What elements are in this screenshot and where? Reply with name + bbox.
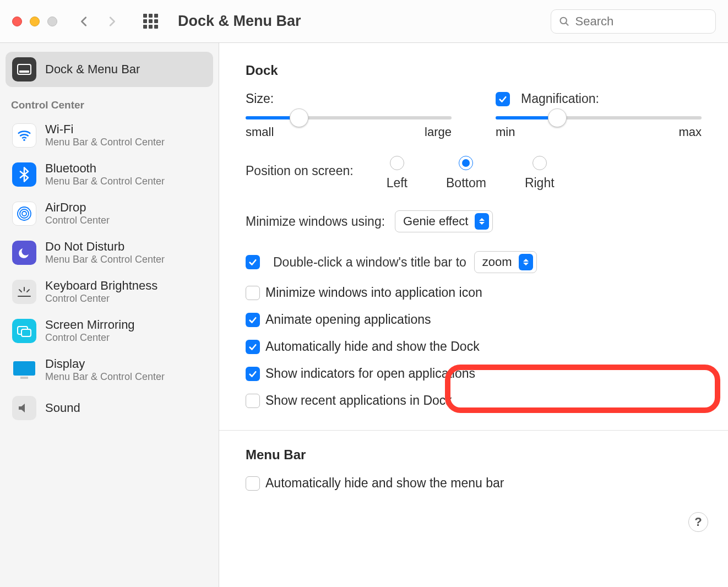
sidebar-item-wifi[interactable]: Wi-FiMenu Bar & Control Center bbox=[6, 117, 213, 154]
autohide-menubar-label: Automatically hide and show the menu bar bbox=[265, 476, 504, 491]
radio-left[interactable] bbox=[390, 156, 404, 170]
menubar-heading: Menu Bar bbox=[246, 447, 702, 463]
sidebar: Dock & Menu Bar Control Center Wi-FiMenu… bbox=[0, 43, 219, 587]
magnification-slider[interactable] bbox=[496, 116, 702, 119]
show-indicators-checkbox[interactable] bbox=[246, 367, 260, 381]
size-small-label: small bbox=[246, 125, 274, 139]
size-large-label: large bbox=[425, 125, 452, 139]
sidebar-item-airdrop[interactable]: AirDropControl Center bbox=[6, 195, 213, 232]
show-indicators-label: Show indicators for open applications bbox=[265, 366, 475, 381]
sidebar-item-sub: Control Center bbox=[45, 215, 110, 226]
sidebar-item-bluetooth[interactable]: BluetoothMenu Bar & Control Center bbox=[6, 156, 213, 193]
svg-point-0 bbox=[560, 17, 566, 23]
sound-icon bbox=[12, 396, 36, 420]
sidebar-item-label: Bluetooth bbox=[45, 161, 165, 176]
airdrop-icon bbox=[12, 202, 36, 226]
back-icon[interactable] bbox=[78, 14, 90, 29]
chevron-updown-icon bbox=[519, 254, 533, 270]
position-label: Position on screen: bbox=[246, 156, 354, 178]
autohide-dock-label: Automatically hide and show the Dock bbox=[265, 339, 480, 354]
dock-menubar-icon bbox=[12, 57, 36, 81]
close-icon[interactable] bbox=[12, 17, 22, 26]
search-field[interactable] bbox=[551, 9, 716, 34]
minimize-using-label: Minimize windows using: bbox=[246, 214, 385, 229]
minimize-using-select[interactable]: Genie effect bbox=[395, 210, 493, 232]
svg-line-1 bbox=[566, 23, 568, 25]
svg-rect-2 bbox=[18, 64, 31, 74]
sidebar-item-display[interactable]: DisplayMenu Bar & Control Center bbox=[6, 351, 213, 388]
sidebar-item-label: Do Not Disturb bbox=[45, 240, 165, 254]
sidebar-item-label: Wi-Fi bbox=[45, 122, 165, 137]
divider bbox=[219, 430, 728, 431]
autohide-dock-checkbox[interactable] bbox=[246, 340, 260, 354]
size-label: Size: bbox=[246, 91, 452, 106]
maximize-icon[interactable] bbox=[47, 17, 57, 26]
search-input[interactable] bbox=[575, 14, 708, 29]
keyboard-brightness-icon bbox=[12, 280, 36, 304]
svg-point-5 bbox=[22, 211, 26, 216]
minimize-into-app-label: Minimize windows into application icon bbox=[265, 285, 482, 300]
svg-rect-3 bbox=[19, 70, 29, 73]
sidebar-item-sound[interactable]: Sound bbox=[6, 390, 213, 426]
sidebar-item-dock-menubar[interactable]: Dock & Menu Bar bbox=[6, 52, 213, 87]
show-recent-label: Show recent applications in Dock bbox=[265, 393, 452, 408]
sidebar-item-label: Sound bbox=[45, 401, 80, 415]
radio-bottom[interactable] bbox=[459, 156, 473, 170]
sidebar-item-sub: Control Center bbox=[45, 293, 157, 305]
size-slider[interactable] bbox=[246, 116, 452, 119]
autohide-menubar-checkbox[interactable] bbox=[246, 476, 260, 491]
svg-point-6 bbox=[20, 209, 29, 218]
radio-left-label: Left bbox=[387, 176, 408, 191]
svg-line-11 bbox=[27, 290, 29, 292]
help-button[interactable]: ? bbox=[688, 512, 708, 532]
doubleclick-checkbox[interactable] bbox=[246, 255, 260, 269]
svg-point-4 bbox=[23, 139, 25, 141]
sidebar-item-label: AirDrop bbox=[45, 200, 110, 215]
window-title: Dock & Menu Bar bbox=[178, 13, 541, 30]
minimize-icon[interactable] bbox=[30, 17, 40, 26]
sidebar-item-sub: Menu Bar & Control Center bbox=[45, 254, 165, 265]
doubleclick-select[interactable]: zoom bbox=[474, 251, 537, 273]
wifi-icon bbox=[12, 123, 36, 148]
dock-heading: Dock bbox=[246, 63, 702, 78]
display-icon bbox=[12, 358, 36, 382]
toolbar: Dock & Menu Bar bbox=[0, 0, 728, 43]
sidebar-item-dnd[interactable]: Do Not DisturbMenu Bar & Control Center bbox=[6, 234, 213, 271]
magnification-label: Magnification: bbox=[521, 91, 599, 106]
sidebar-item-sub: Menu Bar & Control Center bbox=[45, 371, 165, 383]
minimize-using-value: Genie effect bbox=[403, 214, 468, 229]
radio-right-label: Right bbox=[525, 176, 555, 191]
animate-opening-label: Animate opening applications bbox=[265, 312, 431, 327]
sidebar-item-sub: Menu Bar & Control Center bbox=[45, 176, 165, 187]
radio-right[interactable] bbox=[533, 156, 547, 170]
magnification-checkbox[interactable] bbox=[496, 92, 510, 106]
bluetooth-icon bbox=[12, 162, 36, 187]
svg-line-10 bbox=[19, 290, 21, 292]
radio-bottom-label: Bottom bbox=[446, 176, 486, 191]
sidebar-item-sub: Control Center bbox=[45, 332, 135, 344]
moon-icon bbox=[12, 241, 36, 265]
svg-rect-15 bbox=[20, 377, 28, 379]
minimize-into-app-checkbox[interactable] bbox=[246, 286, 260, 300]
screen-mirroring-icon bbox=[12, 319, 36, 343]
sidebar-item-screen-mirroring[interactable]: Screen MirroringControl Center bbox=[6, 312, 213, 349]
sidebar-section: Control Center bbox=[6, 89, 213, 117]
svg-rect-13 bbox=[21, 329, 31, 336]
doubleclick-label: Double-click a window's title bar to bbox=[273, 255, 466, 270]
sidebar-item-keyboard-brightness[interactable]: Keyboard BrightnessControl Center bbox=[6, 273, 213, 310]
mag-max-label: max bbox=[678, 125, 702, 139]
forward-icon[interactable] bbox=[106, 14, 118, 29]
sidebar-item-label: Dock & Menu Bar bbox=[45, 62, 140, 77]
chevron-updown-icon bbox=[475, 213, 489, 230]
animate-opening-checkbox[interactable] bbox=[246, 313, 260, 327]
doubleclick-value: zoom bbox=[482, 255, 512, 269]
search-icon bbox=[559, 15, 570, 28]
show-recent-checkbox[interactable] bbox=[246, 394, 260, 408]
sidebar-item-label: Keyboard Brightness bbox=[45, 279, 157, 293]
mag-min-label: min bbox=[496, 125, 515, 139]
svg-rect-14 bbox=[13, 361, 35, 376]
content-pane: Dock Size: small large Magnification: bbox=[219, 43, 728, 587]
window-controls bbox=[12, 17, 57, 26]
sidebar-item-label: Display bbox=[45, 357, 165, 371]
show-all-icon[interactable] bbox=[143, 14, 158, 29]
